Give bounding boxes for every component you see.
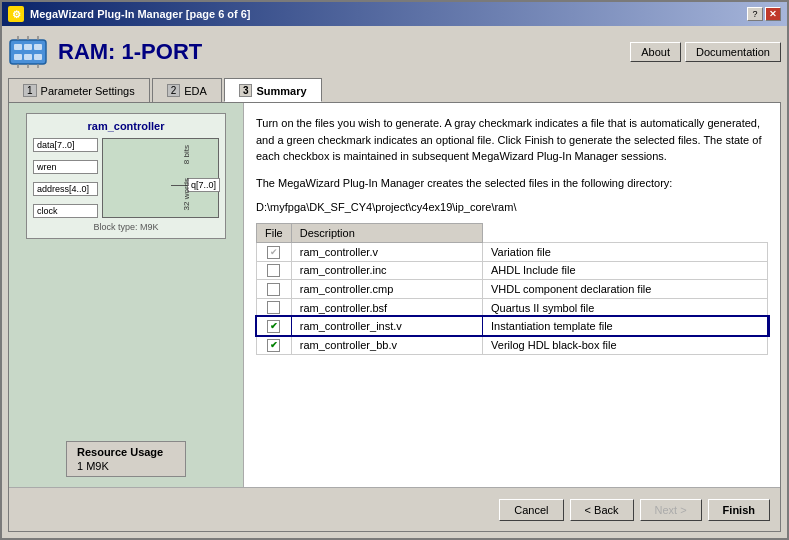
file-description: Instantiation template file [483, 317, 768, 336]
port-wren: wren [33, 160, 98, 174]
tab1-num: 1 [23, 84, 37, 97]
file-name: ram_controller_inst.v [291, 317, 482, 336]
cancel-button[interactable]: Cancel [499, 499, 563, 521]
header-buttons: About Documentation [630, 42, 781, 62]
file-description: AHDL Include file [483, 261, 768, 280]
title-bar-controls: ? ✕ [747, 7, 781, 21]
title-bar-left: ⚙ MegaWizard Plug-In Manager [page 6 of … [8, 6, 251, 22]
finish-button[interactable]: Finish [708, 499, 770, 521]
tab2-num: 2 [167, 84, 181, 97]
main-panel: ram_controller data[7..0] wren address[4… [8, 102, 781, 532]
content-area: RAM: 1-PORT About Documentation 1 Parame… [2, 26, 787, 538]
resource-title: Resource Usage [77, 446, 175, 458]
col-desc-header: Description [291, 224, 482, 243]
about-button[interactable]: About [630, 42, 681, 62]
file-table: File Description ✔ram_controller.vVariat… [256, 223, 768, 355]
next-button[interactable]: Next > [640, 499, 702, 521]
file-description: Variation file [483, 243, 768, 262]
label-bits: 8 bits [182, 145, 191, 164]
table-row: ✔ram_controller.vVariation file [257, 243, 768, 262]
header-title: RAM: 1-PORT [8, 32, 202, 72]
file-name: ram_controller.v [291, 243, 482, 262]
file-description: Verilog HDL black-box file [483, 335, 768, 354]
bottom-bar: Cancel < Back Next > Finish [9, 487, 780, 531]
app-icon: ⚙ [8, 6, 24, 22]
close-button[interactable]: ✕ [765, 7, 781, 21]
table-row: ram_controller.incAHDL Include file [257, 261, 768, 280]
diagram-box: ram_controller data[7..0] wren address[4… [26, 113, 226, 239]
file-checkbox[interactable] [267, 264, 280, 277]
svg-rect-5 [24, 54, 32, 60]
file-name: ram_controller.inc [291, 261, 482, 280]
panel-inner: ram_controller data[7..0] wren address[4… [9, 103, 780, 487]
tab3-num: 3 [239, 84, 253, 97]
tab-parameter-settings[interactable]: 1 Parameter Settings [8, 78, 150, 102]
file-checkbox[interactable] [267, 283, 280, 296]
left-panel: ram_controller data[7..0] wren address[4… [9, 103, 244, 487]
diagram-title: ram_controller [33, 120, 219, 132]
svg-rect-1 [14, 44, 22, 50]
file-description: Quartus II symbol file [483, 298, 768, 317]
table-row: ✔ram_controller_inst.vInstantiation temp… [257, 317, 768, 336]
label-words: 32 words [182, 178, 191, 210]
svg-rect-6 [34, 54, 42, 60]
resource-box: Resource Usage 1 M9K [66, 441, 186, 477]
resource-value: 1 M9K [77, 460, 175, 472]
port-address: address[4..0] [33, 182, 98, 196]
documentation-button[interactable]: Documentation [685, 42, 781, 62]
block-type: Block type: M9K [33, 222, 219, 232]
description-para2: The MegaWizard Plug-In Manager creates t… [256, 175, 768, 192]
file-checkbox[interactable]: ✔ [267, 246, 280, 259]
file-checkbox[interactable] [267, 301, 280, 314]
tab3-label: Summary [256, 85, 306, 97]
svg-rect-3 [34, 44, 42, 50]
tab2-label: EDA [184, 85, 207, 97]
col-file-header: File [257, 224, 292, 243]
directory-path: D:\myfpga\DK_SF_CY4\project\cy4ex19\ip_c… [256, 201, 768, 213]
svg-rect-4 [14, 54, 22, 60]
tabs-row: 1 Parameter Settings 2 EDA 3 Summary [8, 78, 781, 102]
window-title: MegaWizard Plug-In Manager [page 6 of 6] [30, 8, 251, 20]
description-para1: Turn on the files you wish to generate. … [256, 115, 768, 165]
tab1-label: Parameter Settings [41, 85, 135, 97]
help-button[interactable]: ? [747, 7, 763, 21]
file-name: ram_controller.cmp [291, 280, 482, 299]
header-title-text: RAM: 1-PORT [58, 39, 202, 65]
file-description: VHDL component declaration file [483, 280, 768, 299]
title-bar: ⚙ MegaWizard Plug-In Manager [page 6 of … [2, 2, 787, 26]
svg-rect-2 [24, 44, 32, 50]
table-row: ram_controller.cmpVHDL component declara… [257, 280, 768, 299]
svg-rect-0 [10, 40, 46, 64]
ram-icon [8, 32, 48, 72]
port-clock: clock [33, 204, 98, 218]
file-name: ram_controller.bsf [291, 298, 482, 317]
tab-eda[interactable]: 2 EDA [152, 78, 222, 102]
right-panel: Turn on the files you wish to generate. … [244, 103, 780, 487]
file-checkbox[interactable]: ✔ [267, 339, 280, 352]
port-data: data[7..0] [33, 138, 98, 152]
file-name: ram_controller_bb.v [291, 335, 482, 354]
port-q: q[7..0] [187, 178, 220, 192]
file-checkbox[interactable]: ✔ [267, 320, 280, 333]
tab-summary[interactable]: 3 Summary [224, 78, 322, 102]
table-row: ✔ram_controller_bb.vVerilog HDL black-bo… [257, 335, 768, 354]
table-row: ram_controller.bsfQuartus II symbol file [257, 298, 768, 317]
main-window: ⚙ MegaWizard Plug-In Manager [page 6 of … [0, 0, 789, 540]
back-button[interactable]: < Back [570, 499, 634, 521]
header-row: RAM: 1-PORT About Documentation [8, 32, 781, 72]
